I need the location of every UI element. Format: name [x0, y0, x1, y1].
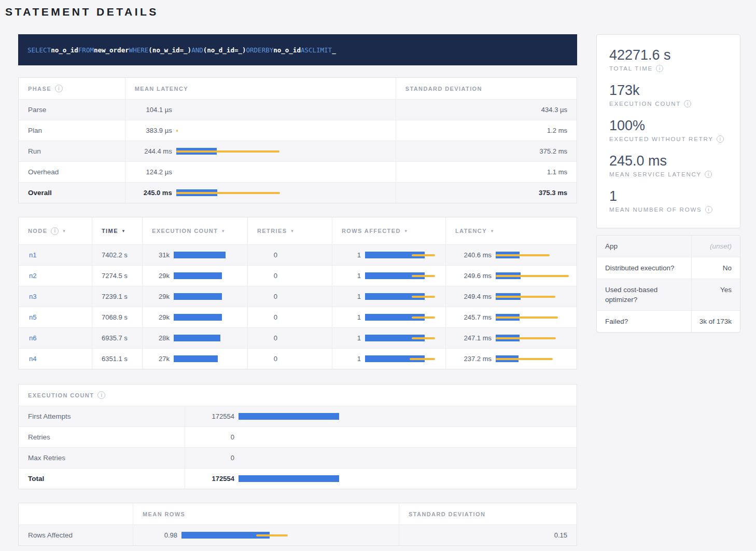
retries-value: 0 — [248, 293, 277, 300]
mean-latency-value: 245.0 ms — [125, 189, 172, 197]
rows-affected-value: 1 — [332, 355, 361, 363]
summary-stats-card: 42271.6 sTOTAL TIMEi173kEXECUTION COUNTi… — [596, 34, 740, 228]
sql-identifier: = — [234, 46, 239, 54]
stat-info-icon[interactable]: i — [656, 65, 663, 72]
page-title: STATEMENT DETAILS — [0, 0, 756, 19]
retries-value: 0 — [248, 334, 277, 342]
stat-info-icon[interactable]: i — [705, 206, 712, 213]
execution-count-bar — [174, 292, 228, 301]
execution-count-value: 172554 — [185, 412, 234, 420]
detail-value: (unset) — [691, 236, 740, 257]
std-dev-value: 1.1 ms — [396, 168, 577, 176]
latency-value: 237.2 ms — [446, 355, 492, 363]
stat-info-icon[interactable]: i — [684, 100, 691, 107]
rows-affected-value: 1 — [332, 251, 361, 259]
node-link[interactable]: n3 — [29, 293, 36, 300]
node-cell: n3 — [19, 286, 92, 307]
mean-latency-header-cell: MEAN LATENCY — [125, 78, 396, 99]
phase-header-cell: PHASE i — [19, 78, 125, 99]
node-link[interactable]: n2 — [29, 272, 36, 280]
column-header-label: EXECUTION COUNT — [152, 228, 218, 234]
node-header-node[interactable]: NODEi▼ — [19, 217, 92, 244]
bar-stddev-yellow — [412, 275, 435, 277]
rows-affected-row: Rows Affected0.980.15 — [19, 525, 577, 545]
rows-affected-header: MEAN ROWS STANDARD DEVIATION — [19, 503, 577, 525]
std-dev-header-cell: STANDARD DEVIATION — [396, 78, 577, 99]
bar-stddev-yellow — [496, 275, 569, 277]
phase-info-icon[interactable]: i — [55, 85, 63, 92]
rows-affected-value: 1 — [332, 293, 361, 300]
node-header-execution-count[interactable]: EXECUTION COUNT▼ — [142, 217, 247, 244]
node-link[interactable]: n6 — [29, 334, 36, 342]
time-cell: 7402.2 s — [92, 245, 142, 265]
node-link[interactable]: n1 — [29, 251, 36, 259]
retries-value: 0 — [248, 355, 277, 363]
node-header-retries[interactable]: RETRIES▼ — [247, 217, 332, 244]
execution-count-row: Retries0 — [19, 426, 577, 447]
node-header-time[interactable]: TIME▼ — [92, 217, 142, 244]
mean-latency-header-label: MEAN LATENCY — [135, 86, 188, 92]
rows-affected-value: 1 — [332, 313, 361, 321]
node-cell: n5 — [19, 307, 92, 327]
mean-rows-value: 0.98 — [133, 531, 177, 539]
execution-count-value-cell: 172554 — [185, 469, 577, 489]
std-dev-value: 1.2 ms — [396, 127, 577, 134]
node-info-icon[interactable]: i — [51, 227, 59, 235]
node-link[interactable]: n5 — [29, 313, 36, 321]
rows-affected-bar — [365, 334, 435, 342]
stat-info-icon[interactable]: i — [717, 135, 724, 143]
bar-stddev-yellow — [176, 192, 280, 194]
execution-count-header: EXECUTION COUNT i — [19, 384, 577, 406]
sql-keyword: ASC — [301, 46, 313, 54]
sort-arrow-icon: ▼ — [290, 229, 294, 233]
phase-std-cell: 1.2 ms — [396, 120, 577, 141]
execution-count-title-cell: EXECUTION COUNT i — [19, 384, 577, 406]
sql-identifier: _) — [184, 46, 191, 54]
bar-mean-blue — [174, 314, 222, 321]
phase-mean-latency-cell: 104.1 µs — [125, 100, 396, 120]
detail-label: App — [597, 236, 691, 257]
rows-affected-label: Rows Affected — [19, 525, 133, 545]
time-cell: 7068.9 s — [92, 307, 142, 327]
mean-latency-bar — [176, 168, 280, 176]
node-header-latency[interactable]: LATENCY▼ — [445, 217, 577, 244]
latency-bar — [496, 334, 571, 342]
rows-affected-value: 1 — [332, 272, 361, 280]
node-header-rows-affected[interactable]: ROWS AFFECTED▼ — [332, 217, 445, 244]
latency-value: 245.7 ms — [446, 313, 492, 321]
rows-affected-cell: 1 — [332, 307, 445, 327]
bar-mean-blue — [174, 355, 218, 362]
latency-cell: 249.6 ms — [445, 266, 577, 286]
mean-latency-value: 124.2 µs — [125, 168, 172, 176]
bar-stddev-yellow — [412, 254, 435, 256]
execution-count-row: Total172554 — [19, 468, 577, 489]
stat-label: MEAN SERVICE LATENCYi — [609, 170, 727, 179]
stat-label: EXECUTED WITHOUT RETRYi — [609, 134, 727, 144]
bar-stddev-yellow — [412, 316, 435, 319]
summary-stat: 1MEAN NUMBER OF ROWSi — [609, 187, 727, 214]
execution-count-label: Max Retries — [19, 448, 185, 468]
summary-stat: 42271.6 sTOTAL TIMEi — [609, 46, 727, 73]
sql-keyword: ORDER — [246, 46, 266, 54]
phase-std-cell: 375.3 ms — [396, 183, 577, 203]
retries-cell: 0 — [247, 245, 332, 265]
rows-affected-table: MEAN ROWS STANDARD DEVIATION Rows Affect… — [18, 503, 577, 546]
execution-count-value: 29k — [143, 293, 170, 300]
time-cell: 6935.7 s — [92, 328, 142, 348]
execution-count-info-icon[interactable]: i — [97, 391, 105, 399]
bar-stddev-yellow — [496, 316, 558, 319]
bar-stddev-yellow — [496, 337, 556, 339]
phase-table: PHASE i MEAN LATENCY STANDARD DEVIATION … — [18, 77, 577, 203]
rows-std-cell: 0.15 — [399, 525, 577, 545]
time-value: 7239.1 s — [92, 293, 128, 300]
detail-row: Distributed execution?No — [597, 257, 740, 279]
std-dev-value: 375.2 ms — [396, 147, 577, 155]
std-dev-header-label: STANDARD DEVIATION — [405, 86, 482, 92]
phase-std-cell: 375.2 ms — [396, 141, 577, 161]
time-value: 7402.2 s — [92, 251, 128, 259]
stat-info-icon[interactable]: i — [705, 171, 712, 178]
rows-affected-value: 1 — [332, 334, 361, 342]
mean-rows-header-cell: MEAN ROWS — [133, 503, 399, 525]
sql-keyword: WHERE — [129, 46, 149, 54]
node-link[interactable]: n4 — [29, 355, 36, 363]
